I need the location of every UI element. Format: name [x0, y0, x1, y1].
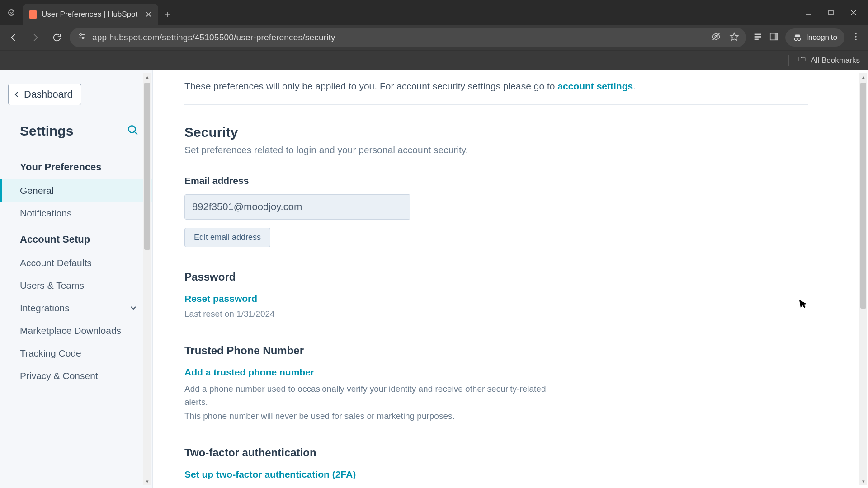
- sidebar-item-users-teams[interactable]: Users & Teams: [0, 274, 152, 297]
- window-controls: [805, 0, 868, 25]
- hubspot-favicon-icon: [29, 10, 37, 19]
- svg-line-22: [134, 131, 137, 135]
- security-heading: Security: [184, 125, 808, 140]
- side-panel-icon[interactable]: [769, 32, 779, 43]
- tab-search-dropdown[interactable]: [0, 0, 23, 25]
- trusted-phone-desc-2: This phone number will never be used for…: [184, 409, 560, 422]
- sidebar-item-notifications[interactable]: Notifications: [0, 202, 152, 225]
- sidebar-item-marketplace-downloads[interactable]: Marketplace Downloads: [0, 319, 152, 342]
- chevron-down-icon: [130, 303, 137, 314]
- incognito-badge[interactable]: Incognito: [785, 28, 844, 47]
- svg-rect-14: [775, 33, 778, 40]
- browser-toolbar: app.hubspot.com/settings/45105500/user-p…: [0, 25, 868, 50]
- sidebar-section-your-preferences: Your Preferences: [0, 152, 152, 179]
- maximize-icon[interactable]: [827, 9, 835, 16]
- email-value: 892f3501@moodjoy.com: [184, 194, 410, 220]
- kebab-menu-icon[interactable]: [851, 32, 861, 43]
- password-heading: Password: [184, 271, 808, 283]
- back-to-dashboard-button[interactable]: Dashboard: [8, 84, 81, 105]
- settings-title: Settings: [20, 123, 73, 139]
- scroll-down-icon[interactable]: ▾: [859, 477, 867, 485]
- url-text: app.hubspot.com/settings/45105500/user-p…: [92, 33, 335, 42]
- scrollbar-thumb[interactable]: [144, 83, 150, 250]
- settings-sidebar: Dashboard Settings Your Preferences Gene…: [0, 70, 153, 488]
- minimize-icon[interactable]: [805, 9, 812, 16]
- svg-point-15: [795, 38, 797, 41]
- svg-point-5: [80, 34, 81, 36]
- search-icon: [127, 124, 139, 136]
- address-bar[interactable]: app.hubspot.com/settings/45105500/user-p…: [70, 28, 746, 47]
- svg-point-16: [798, 38, 801, 41]
- svg-point-21: [128, 126, 135, 132]
- edit-email-button[interactable]: Edit email address: [184, 228, 270, 247]
- browser-tab-active[interactable]: User Preferences | HubSpot ✕: [23, 4, 158, 25]
- sidebar-scrollbar[interactable]: ▴ ▾: [143, 73, 151, 485]
- scroll-up-icon[interactable]: ▴: [859, 73, 867, 81]
- close-window-icon[interactable]: [850, 9, 857, 16]
- trusted-phone-heading: Trusted Phone Number: [184, 344, 808, 357]
- setup-2fa-link[interactable]: Set up two-factor authentication (2FA): [184, 469, 356, 480]
- add-trusted-phone-link[interactable]: Add a trusted phone number: [184, 367, 314, 378]
- email-label: Email address: [184, 175, 808, 186]
- chevron-left-icon: [13, 91, 20, 98]
- trusted-phone-desc-1: Add a phone number used to occasionally …: [184, 382, 560, 409]
- bookmarks-bar: All Bookmarks: [0, 50, 868, 70]
- eye-off-icon[interactable]: [711, 32, 721, 43]
- scroll-up-icon[interactable]: ▴: [143, 73, 151, 81]
- close-tab-icon[interactable]: ✕: [145, 9, 152, 19]
- preferences-note: These preferences will only be applied t…: [184, 81, 808, 105]
- svg-point-19: [855, 36, 856, 37]
- twofa-desc: Two-factor authentication is an enhanced…: [184, 484, 560, 488]
- all-bookmarks-link[interactable]: All Bookmarks: [811, 56, 860, 65]
- svg-rect-11: [755, 36, 761, 38]
- main-scrollbar[interactable]: ▴ ▾: [859, 73, 867, 485]
- security-subtitle: Set preferences related to login and you…: [184, 145, 808, 155]
- sidebar-item-account-defaults[interactable]: Account Defaults: [0, 252, 152, 274]
- back-label: Dashboard: [24, 89, 73, 100]
- browser-titlebar: User Preferences | HubSpot ✕ +: [0, 0, 868, 25]
- scrollbar-thumb[interactable]: [860, 83, 866, 309]
- account-settings-link[interactable]: account settings: [557, 81, 633, 91]
- incognito-icon: [793, 33, 802, 42]
- twofa-heading: Two-factor authentication: [184, 446, 808, 459]
- incognito-label: Incognito: [806, 33, 837, 42]
- svg-point-18: [855, 33, 856, 34]
- tab-title: User Preferences | HubSpot: [42, 10, 137, 19]
- site-settings-icon[interactable]: [77, 32, 87, 43]
- back-button[interactable]: [5, 28, 23, 47]
- reset-password-link[interactable]: Reset password: [184, 293, 257, 304]
- reading-list-icon[interactable]: [753, 32, 763, 43]
- sidebar-item-privacy-consent[interactable]: Privacy & Consent: [0, 365, 152, 387]
- search-settings-button[interactable]: [127, 124, 139, 138]
- svg-rect-12: [755, 39, 759, 40]
- sidebar-item-general[interactable]: General: [0, 179, 152, 202]
- new-tab-button[interactable]: +: [158, 4, 176, 25]
- bookmark-star-icon[interactable]: [729, 32, 739, 43]
- svg-point-7: [82, 37, 84, 39]
- password-last-reset: Last reset on 1/31/2024: [184, 308, 808, 321]
- sidebar-item-integrations[interactable]: Integrations: [0, 297, 152, 319]
- sidebar-section-account-setup: Account Setup: [0, 225, 152, 252]
- app-viewport: Dashboard Settings Your Preferences Gene…: [0, 70, 868, 488]
- forward-button[interactable]: [26, 28, 44, 47]
- chevron-down-icon: [8, 9, 14, 16]
- sidebar-item-tracking-code[interactable]: Tracking Code: [0, 342, 152, 365]
- settings-main: These preferences will only be applied t…: [153, 70, 868, 488]
- scroll-down-icon[interactable]: ▾: [143, 477, 151, 485]
- svg-point-20: [855, 39, 856, 40]
- reload-button[interactable]: [48, 28, 66, 47]
- svg-rect-10: [755, 34, 761, 35]
- folder-icon: [798, 55, 806, 66]
- svg-rect-1: [829, 10, 833, 15]
- separator: [788, 55, 789, 66]
